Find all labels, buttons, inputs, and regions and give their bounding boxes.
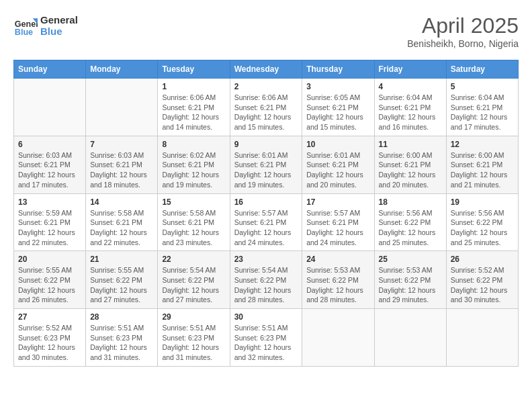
logo-icon: General Blue [13, 13, 38, 38]
day-number: 23 [234, 255, 298, 264]
day-info: Sunrise: 5:55 AM Sunset: 6:22 PM Dayligh… [18, 265, 81, 305]
calendar-table: SundayMondayTuesdayWednesdayThursdayFrid… [13, 60, 519, 367]
day-info: Sunrise: 5:57 AM Sunset: 6:21 PM Dayligh… [234, 208, 298, 248]
calendar-cell: 19Sunrise: 5:56 AM Sunset: 6:22 PM Dayli… [446, 193, 518, 251]
day-info: Sunrise: 5:51 AM Sunset: 6:23 PM Dayligh… [90, 323, 153, 363]
day-info: Sunrise: 5:53 AM Sunset: 6:22 PM Dayligh… [306, 265, 369, 305]
day-info: Sunrise: 6:06 AM Sunset: 6:21 PM Dayligh… [162, 93, 225, 132]
day-number: 30 [234, 312, 298, 322]
title-block: April 2025 Benisheikh, Borno, Nigeria [407, 13, 519, 49]
calendar-cell: 9Sunrise: 6:01 AM Sunset: 6:21 PM Daylig… [230, 136, 302, 193]
calendar-week-3: 13Sunrise: 5:59 AM Sunset: 6:21 PM Dayli… [14, 193, 519, 251]
logo: General Blue General Blue [13, 13, 78, 38]
day-number: 5 [451, 82, 514, 91]
day-number: 24 [306, 255, 369, 264]
calendar-cell: 6Sunrise: 6:03 AM Sunset: 6:21 PM Daylig… [14, 136, 86, 193]
day-info: Sunrise: 5:56 AM Sunset: 6:22 PM Dayligh… [451, 208, 514, 248]
calendar-cell: 1Sunrise: 6:06 AM Sunset: 6:21 PM Daylig… [158, 79, 230, 136]
day-number: 7 [90, 140, 153, 149]
day-info: Sunrise: 6:04 AM Sunset: 6:21 PM Dayligh… [451, 93, 514, 132]
calendar-week-4: 20Sunrise: 5:55 AM Sunset: 6:22 PM Dayli… [14, 251, 519, 309]
day-number: 27 [18, 312, 81, 322]
calendar-cell: 18Sunrise: 5:56 AM Sunset: 6:22 PM Dayli… [374, 193, 446, 251]
calendar-cell: 10Sunrise: 6:01 AM Sunset: 6:21 PM Dayli… [302, 136, 374, 193]
day-number: 1 [162, 82, 225, 91]
day-info: Sunrise: 5:52 AM Sunset: 6:23 PM Dayligh… [18, 323, 81, 363]
calendar-cell [302, 309, 374, 367]
calendar-cell: 4Sunrise: 6:04 AM Sunset: 6:21 PM Daylig… [374, 79, 446, 136]
day-number: 29 [162, 312, 225, 322]
calendar-cell: 29Sunrise: 5:51 AM Sunset: 6:23 PM Dayli… [158, 309, 230, 367]
calendar-cell: 25Sunrise: 5:53 AM Sunset: 6:22 PM Dayli… [374, 251, 446, 309]
day-info: Sunrise: 5:57 AM Sunset: 6:21 PM Dayligh… [306, 208, 369, 248]
weekday-header-tuesday: Tuesday [158, 60, 230, 79]
calendar-cell: 11Sunrise: 6:00 AM Sunset: 6:21 PM Dayli… [374, 136, 446, 193]
day-info: Sunrise: 6:02 AM Sunset: 6:21 PM Dayligh… [162, 150, 225, 190]
day-info: Sunrise: 5:59 AM Sunset: 6:21 PM Dayligh… [18, 208, 81, 248]
calendar-cell: 26Sunrise: 5:52 AM Sunset: 6:22 PM Dayli… [446, 251, 518, 309]
calendar-cell: 30Sunrise: 5:51 AM Sunset: 6:23 PM Dayli… [230, 309, 302, 367]
calendar-cell: 5Sunrise: 6:04 AM Sunset: 6:21 PM Daylig… [446, 79, 518, 136]
location-subtitle: Benisheikh, Borno, Nigeria [407, 38, 519, 49]
weekday-header-friday: Friday [374, 60, 446, 79]
calendar-cell: 8Sunrise: 6:02 AM Sunset: 6:21 PM Daylig… [158, 136, 230, 193]
calendar-cell: 12Sunrise: 6:00 AM Sunset: 6:21 PM Dayli… [446, 136, 518, 193]
day-info: Sunrise: 5:53 AM Sunset: 6:22 PM Dayligh… [379, 265, 442, 305]
day-number: 4 [379, 82, 442, 91]
calendar-cell: 23Sunrise: 5:54 AM Sunset: 6:22 PM Dayli… [230, 251, 302, 309]
month-title: April 2025 [407, 13, 519, 38]
calendar-cell [14, 79, 86, 136]
page-header: General Blue General Blue April 2025 Ben… [13, 13, 519, 49]
day-number: 19 [451, 197, 514, 207]
calendar-cell: 3Sunrise: 6:05 AM Sunset: 6:21 PM Daylig… [302, 79, 374, 136]
calendar-week-5: 27Sunrise: 5:52 AM Sunset: 6:23 PM Dayli… [14, 309, 519, 367]
day-number: 21 [90, 255, 153, 264]
day-number: 16 [234, 197, 298, 207]
weekday-header-sunday: Sunday [14, 60, 86, 79]
calendar-cell: 13Sunrise: 5:59 AM Sunset: 6:21 PM Dayli… [14, 193, 86, 251]
day-number: 18 [379, 197, 442, 207]
calendar-cell [86, 79, 158, 136]
day-info: Sunrise: 6:03 AM Sunset: 6:21 PM Dayligh… [90, 150, 153, 190]
weekday-header-thursday: Thursday [302, 60, 374, 79]
logo-blue: Blue [40, 26, 78, 37]
calendar-cell: 21Sunrise: 5:55 AM Sunset: 6:22 PM Dayli… [86, 251, 158, 309]
day-number: 3 [306, 82, 369, 91]
day-number: 10 [306, 140, 369, 149]
weekday-header-wednesday: Wednesday [230, 60, 302, 79]
calendar-cell [446, 309, 518, 367]
calendar-cell: 28Sunrise: 5:51 AM Sunset: 6:23 PM Dayli… [86, 309, 158, 367]
calendar-cell: 2Sunrise: 6:06 AM Sunset: 6:21 PM Daylig… [230, 79, 302, 136]
day-number: 11 [379, 140, 442, 149]
day-number: 13 [18, 197, 81, 207]
calendar-cell [374, 309, 446, 367]
calendar-cell: 24Sunrise: 5:53 AM Sunset: 6:22 PM Dayli… [302, 251, 374, 309]
day-info: Sunrise: 6:01 AM Sunset: 6:21 PM Dayligh… [306, 150, 369, 190]
day-info: Sunrise: 6:06 AM Sunset: 6:21 PM Dayligh… [234, 93, 298, 132]
day-info: Sunrise: 6:01 AM Sunset: 6:21 PM Dayligh… [234, 150, 298, 190]
day-number: 12 [451, 140, 514, 149]
day-number: 6 [18, 140, 81, 149]
day-number: 26 [451, 255, 514, 264]
calendar-cell: 17Sunrise: 5:57 AM Sunset: 6:21 PM Dayli… [302, 193, 374, 251]
day-info: Sunrise: 5:51 AM Sunset: 6:23 PM Dayligh… [162, 323, 225, 363]
day-number: 28 [90, 312, 153, 322]
day-number: 22 [162, 255, 225, 264]
day-number: 17 [306, 197, 369, 207]
day-info: Sunrise: 6:00 AM Sunset: 6:21 PM Dayligh… [379, 150, 442, 190]
calendar-cell: 22Sunrise: 5:54 AM Sunset: 6:22 PM Dayli… [158, 251, 230, 309]
day-info: Sunrise: 5:55 AM Sunset: 6:22 PM Dayligh… [90, 265, 153, 305]
calendar-cell: 20Sunrise: 5:55 AM Sunset: 6:22 PM Dayli… [14, 251, 86, 309]
day-number: 20 [18, 255, 81, 264]
svg-text:Blue: Blue [15, 28, 33, 37]
calendar-cell: 16Sunrise: 5:57 AM Sunset: 6:21 PM Dayli… [230, 193, 302, 251]
calendar-cell: 27Sunrise: 5:52 AM Sunset: 6:23 PM Dayli… [14, 309, 86, 367]
weekday-header-row: SundayMondayTuesdayWednesdayThursdayFrid… [14, 60, 519, 79]
day-number: 8 [162, 140, 225, 149]
day-info: Sunrise: 5:54 AM Sunset: 6:22 PM Dayligh… [234, 265, 298, 305]
day-number: 15 [162, 197, 225, 207]
day-info: Sunrise: 5:54 AM Sunset: 6:22 PM Dayligh… [162, 265, 225, 305]
weekday-header-monday: Monday [86, 60, 158, 79]
day-info: Sunrise: 5:51 AM Sunset: 6:23 PM Dayligh… [234, 323, 298, 363]
day-info: Sunrise: 5:56 AM Sunset: 6:22 PM Dayligh… [379, 208, 442, 248]
